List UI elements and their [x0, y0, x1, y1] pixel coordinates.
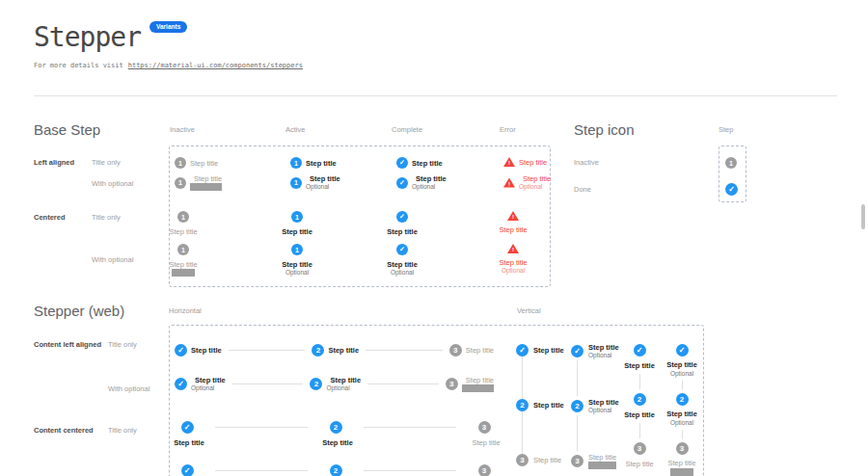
docs-link[interactable]: https://material-ui.com/components/stepp… — [128, 62, 303, 69]
vertical-stepper-centered: ✓ Step title 2 Step title 3 Step title — [618, 344, 661, 468]
connector-line — [682, 381, 683, 390]
row-label-content-left-aligned: Content left aligned — [34, 340, 101, 349]
column-header-step: Step — [719, 125, 733, 134]
step-title: Step title — [169, 260, 197, 269]
connector-line — [639, 374, 640, 389]
base-step-centered-error-optional: ! Step title Optional — [475, 244, 552, 275]
base-step-error-optional: ! Step title Optional — [503, 174, 551, 191]
step-title: Step title — [190, 159, 218, 168]
step-title: Step title — [624, 361, 655, 370]
column-header-complete: Complete — [392, 125, 422, 134]
column-header-horizontal: Horizontal — [169, 306, 202, 315]
section-heading-step-icon: Step icon — [574, 121, 635, 138]
step-title: Step title — [330, 376, 361, 384]
step-number-icon: 3 — [634, 442, 646, 455]
base-step-inactive-optional: 1 Step title Optional — [175, 174, 222, 191]
check-circle-icon: ✓ — [175, 378, 187, 390]
vertical-stepper-title-only: ✓ Step title 2 Step title 3 Step title — [516, 344, 564, 466]
step-title: Step title — [191, 346, 222, 355]
variants-badge: Variants — [149, 21, 187, 33]
check-circle-icon: ✓ — [181, 464, 194, 476]
step-title: Step title — [588, 343, 619, 352]
step-title: Step title — [533, 346, 564, 355]
step-title: Step title — [282, 227, 312, 236]
step-optional: Optional — [670, 370, 693, 378]
section-heading-stepper-web: Stepper (web) — [34, 303, 124, 319]
connector-line — [232, 383, 304, 384]
step-number-icon: 1 — [725, 157, 737, 169]
step-number-icon: 1 — [175, 177, 186, 189]
step-title: Step title — [499, 258, 527, 267]
step-number-icon: 3 — [449, 344, 462, 357]
connector-line — [215, 427, 308, 428]
step-number-icon: 2 — [676, 393, 689, 406]
vertical-stepper-centered-optional: ✓ Step title Optional 2 Step title Optio… — [661, 344, 703, 476]
connector-line — [367, 383, 439, 384]
step-title: Step title — [194, 174, 222, 183]
sub-label-title-only: Title only — [92, 158, 121, 167]
step-title: Step title — [519, 158, 547, 167]
step-title: Step title — [523, 174, 551, 183]
step-optional: Optional — [306, 183, 340, 191]
step-optional: Optional — [670, 468, 693, 476]
step-number-icon: 1 — [291, 211, 303, 223]
warning-triangle-icon: ! — [503, 157, 515, 167]
base-step-active-optional: 1 Step title Optional — [290, 174, 340, 191]
connector-line — [522, 357, 523, 399]
base-step-centered-inactive-optional: 1 Step title Optional — [145, 244, 222, 277]
step-title: Step title — [282, 260, 312, 269]
step-title: Step title — [174, 438, 204, 447]
scrollbar-thumb[interactable] — [861, 204, 865, 229]
sub-label-title-only: Title only — [108, 340, 137, 349]
step-optional: Optional — [519, 183, 551, 191]
warning-triangle-icon: ! — [507, 211, 519, 221]
connector-line — [364, 427, 456, 428]
horizontal-stepper-centered-optional: ✓ Step title 2 Step title 3 Step title — [166, 464, 505, 476]
step-number-icon: 2 — [330, 464, 342, 476]
base-step-complete-optional: ✓ Step title Optional — [396, 174, 447, 191]
column-header-inactive: Inactive — [170, 125, 195, 134]
step-optional: Optional — [588, 407, 619, 414]
step-optional: Optional — [670, 419, 693, 427]
step-title: Step title — [306, 159, 337, 168]
step-title: Step title — [588, 398, 619, 407]
column-header-active: Active — [285, 125, 305, 134]
connector-line — [639, 423, 640, 438]
step-title: Step title — [624, 410, 655, 419]
step-number-icon: 3 — [478, 464, 491, 476]
base-step-active: 1 Step title — [290, 157, 337, 169]
step-title: Step title — [169, 227, 197, 236]
check-circle-icon: ✓ — [181, 421, 194, 434]
horizontal-stepper-centered: ✓ Step title 2 Step title 3 Step title — [166, 421, 505, 447]
step-title: Step title — [533, 456, 561, 464]
step-number-icon: 3 — [571, 455, 583, 467]
base-step-centered-active-optional: 1 Step title Optional — [258, 244, 336, 277]
connector-line — [577, 415, 578, 451]
step-number-icon: 3 — [516, 454, 529, 466]
step-optional: Optional — [391, 269, 414, 277]
step-number-icon: 2 — [330, 421, 342, 434]
check-circle-icon: ✓ — [396, 177, 408, 189]
step-optional: Optional — [190, 183, 222, 191]
step-optional: Optional — [588, 462, 616, 469]
check-circle-icon: ✓ — [634, 344, 646, 357]
step-title: Step title — [466, 376, 494, 384]
header-divider — [34, 95, 837, 96]
step-number-icon: 1 — [177, 244, 189, 255]
base-step-complete: ✓ Step title — [396, 157, 443, 169]
step-optional: Optional — [502, 267, 525, 275]
subtitle: For more details visit https://material-… — [34, 62, 303, 69]
vertical-stepper-with-optional: ✓ Step title Optional 2 Step title Optio… — [571, 341, 619, 470]
step-title: Step title — [666, 360, 697, 369]
step-title: Step title — [466, 346, 494, 355]
column-header-error: Error — [500, 125, 516, 134]
connector-line — [229, 350, 306, 351]
connector-line — [577, 360, 578, 396]
step-number-icon: 1 — [177, 211, 189, 223]
base-step-centered-active: 1 Step title — [258, 211, 336, 236]
step-title: Step title — [533, 401, 564, 410]
step-number-icon: 1 — [290, 177, 302, 189]
step-optional: Optional — [285, 269, 309, 277]
step-title: Step title — [195, 376, 226, 384]
check-circle-icon: ✓ — [676, 344, 689, 357]
